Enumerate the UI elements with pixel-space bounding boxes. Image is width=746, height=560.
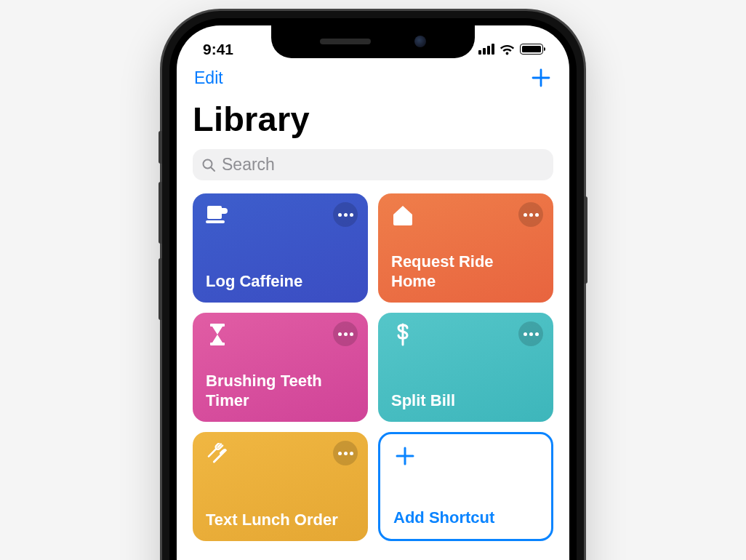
card-more-button[interactable]	[518, 202, 543, 227]
shortcut-grid: Log Caffeine Request Ride Home	[193, 193, 553, 541]
status-time: 9:41	[203, 41, 233, 58]
new-shortcut-button[interactable]	[530, 67, 552, 89]
card-label: Text Lunch Order	[206, 511, 355, 529]
search-icon	[201, 158, 216, 172]
wifi-icon	[500, 44, 515, 55]
plus-icon	[393, 444, 417, 468]
card-label: Request Ride Home	[391, 252, 540, 291]
svg-rect-4	[210, 324, 225, 327]
speaker-grille	[320, 39, 371, 44]
utensils-icon	[206, 442, 229, 465]
search-field[interactable]	[193, 149, 553, 180]
svg-rect-2	[207, 206, 222, 219]
shortcut-card-log-caffeine[interactable]: Log Caffeine	[193, 193, 368, 303]
card-label: Log Caffeine	[206, 272, 355, 291]
battery-icon	[520, 44, 543, 55]
search-input[interactable]	[222, 155, 545, 175]
card-label: Add Shortcut	[393, 508, 538, 527]
add-shortcut-card[interactable]: Add Shortcut	[378, 432, 553, 541]
svg-rect-3	[206, 220, 225, 223]
svg-line-1	[212, 167, 215, 171]
phone-frame: 9:41 Edit	[162, 11, 584, 560]
card-label: Split Bill	[391, 391, 540, 410]
shortcut-card-split-bill[interactable]: Split Bill	[378, 313, 553, 422]
notch	[271, 25, 475, 58]
cellular-icon	[478, 44, 494, 55]
page-title: Library	[193, 95, 553, 149]
screen: 9:41 Edit	[177, 25, 569, 560]
nav-bar: Edit	[193, 65, 553, 95]
plus-icon	[530, 67, 552, 89]
card-more-button[interactable]	[518, 321, 543, 346]
svg-point-0	[204, 159, 212, 168]
shortcut-card-request-ride-home[interactable]: Request Ride Home	[378, 193, 553, 303]
shortcut-card-text-lunch-order[interactable]: Text Lunch Order	[193, 432, 368, 541]
hourglass-icon	[206, 323, 229, 346]
shortcut-card-brushing-teeth-timer[interactable]: Brushing Teeth Timer	[193, 313, 368, 422]
coffee-icon	[206, 204, 229, 227]
front-camera	[414, 36, 426, 47]
card-more-button[interactable]	[333, 321, 358, 346]
dollar-icon	[391, 323, 414, 346]
home-icon	[391, 204, 414, 227]
svg-rect-5	[210, 343, 225, 345]
card-more-button[interactable]	[333, 441, 358, 465]
edit-button[interactable]: Edit	[194, 68, 223, 88]
card-label: Brushing Teeth Timer	[206, 372, 355, 410]
card-more-button[interactable]	[333, 202, 358, 227]
